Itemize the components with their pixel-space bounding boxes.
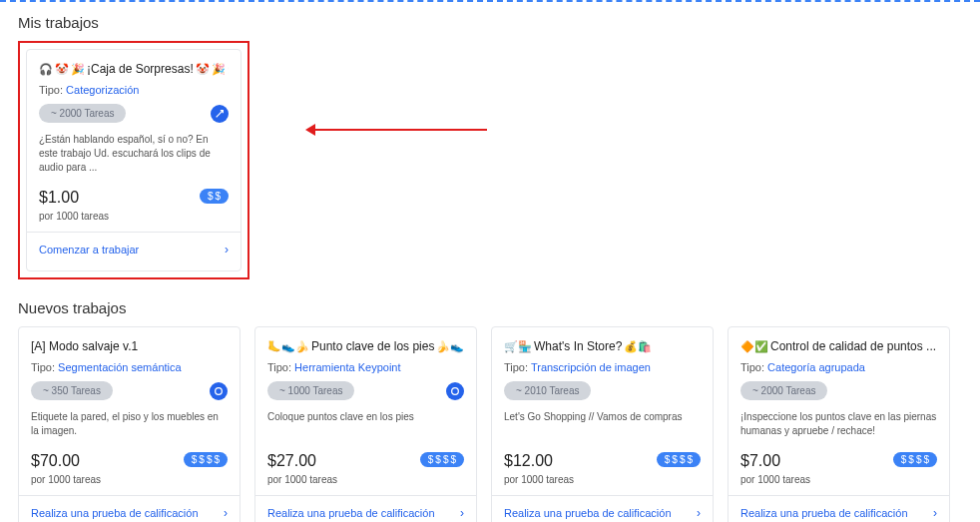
card-title-text: Control de calidad de puntos ...: [770, 339, 936, 353]
per-label: por 1000 tareas: [504, 474, 701, 485]
card-desc: ¡Inspeccione los puntos clave en las pie…: [740, 410, 937, 438]
tool-icon: [446, 382, 464, 400]
price-badge: $$$$: [657, 452, 701, 467]
qualify-button[interactable]: Realiza una prueba de calificación›: [255, 495, 476, 522]
pill-row: ~ 350 Tareas: [31, 381, 228, 400]
card-title: 🔶✅ Control de calidad de puntos ...: [740, 339, 937, 353]
qualify-button[interactable]: Realiza una prueba de calificación›: [492, 495, 713, 522]
card-desc: Let's Go Shopping // Vamos de compras: [504, 410, 701, 438]
card-title: 🛒🏪 What's In Store? 💰🛍️: [504, 339, 701, 353]
new-job-card: 🛒🏪 What's In Store? 💰🛍️Tipo: Transcripci…: [491, 326, 714, 522]
featured-price: $1.00: [39, 189, 79, 207]
highlight-box: 🎧 🤡 🎉 ¡Caja de Sorpresas! 🤡 🎉 🎧 Tipo: Ca…: [18, 41, 249, 279]
tool-icon: [211, 105, 229, 123]
pill-row: ~ 2010 Tareas: [504, 381, 701, 400]
start-work-label: Comenzar a trabajar: [39, 244, 139, 256]
task-pill: ~ 1000 Tareas: [267, 381, 354, 400]
featured-card-title: 🎧 🤡 🎉 ¡Caja de Sorpresas! 🤡 🎉 🎧: [39, 62, 229, 76]
pill-row: ~ 2000 Tareas: [740, 381, 937, 400]
section-new-jobs-title: Nuevos trabajos: [18, 299, 962, 316]
type-link[interactable]: Transcripción de imagen: [531, 361, 651, 373]
card-price: $7.00: [740, 452, 780, 470]
svg-point-0: [216, 387, 223, 394]
type-link[interactable]: Segmentación semántica: [58, 361, 182, 373]
per-label: por 1000 tareas: [740, 474, 937, 485]
qualify-button[interactable]: Realiza una prueba de calificación›: [19, 495, 240, 522]
task-pill: ~ 350 Tareas: [31, 381, 113, 400]
card-price: $70.00: [31, 452, 80, 470]
type-label: Tipo:: [31, 361, 58, 373]
title-emoji: 💰🛍️: [624, 340, 652, 353]
qualify-label: Realiza una prueba de calificación: [31, 507, 199, 519]
pill-row: ~ 1000 Tareas: [267, 381, 464, 400]
title-emoji: 🦶👟🍌: [267, 340, 309, 353]
featured-start-button[interactable]: Comenzar a trabajar ›: [27, 232, 241, 259]
qualify-button[interactable]: Realiza una prueba de calificación›: [729, 495, 949, 522]
clown-icon: 🤡: [196, 63, 210, 76]
card-price: $27.00: [267, 452, 316, 470]
price-row: $12.00$$$$: [504, 452, 701, 470]
task-pill: ~ 2010 Tareas: [504, 381, 591, 400]
qualify-label: Realiza una prueba de calificación: [267, 507, 435, 519]
new-job-card: 🦶👟🍌 Punto clave de los pies 🍌👟Tipo: Herr…: [254, 326, 477, 522]
chevron-right-icon: ›: [224, 506, 228, 520]
featured-pill-row: ~ 2000 Tareas: [39, 104, 229, 123]
featured-price-badge: $$: [200, 189, 229, 204]
price-badge: $$$$: [184, 452, 228, 467]
headphones-icon: 🎧: [228, 63, 229, 76]
title-emoji: 🛒🏪: [504, 340, 532, 353]
party-icon: 🎉: [71, 63, 85, 76]
qualify-label: Realiza una prueba de calificación: [740, 507, 908, 519]
price-row: $70.00$$$$: [31, 452, 228, 470]
chevron-right-icon: ›: [460, 506, 464, 520]
card-title: [A] Modo salvaje v.1: [31, 339, 228, 353]
price-badge: $$$$: [420, 452, 464, 467]
featured-title-text: ¡Caja de Sorpresas!: [87, 62, 194, 76]
price-row: $27.00$$$$: [267, 452, 464, 470]
tool-icon: [210, 382, 228, 400]
chevron-right-icon: ›: [933, 506, 937, 520]
party-icon: 🎉: [212, 63, 226, 76]
type-row: Tipo: Categoría agrupada: [740, 361, 937, 373]
chevron-right-icon: ›: [225, 243, 229, 257]
dashed-divider: [0, 0, 980, 2]
card-title-text: [A] Modo salvaje v.1: [31, 339, 138, 353]
card-title: 🦶👟🍌 Punto clave de los pies 🍌👟: [267, 339, 464, 353]
type-link[interactable]: Herramienta Keypoint: [294, 361, 400, 373]
featured-type-link[interactable]: Categorización: [66, 84, 139, 96]
title-emoji: 🔶✅: [740, 340, 768, 353]
new-jobs-grid: [A] Modo salvaje v.1Tipo: Segmentación s…: [18, 326, 962, 522]
new-job-card: 🔶✅ Control de calidad de puntos ...Tipo:…: [728, 326, 950, 522]
headphones-icon: 🎧: [39, 63, 53, 76]
chevron-right-icon: ›: [697, 506, 701, 520]
per-label: por 1000 tareas: [267, 474, 464, 485]
type-label: Tipo:: [267, 361, 294, 373]
title-emoji: 🍌👟: [436, 340, 464, 353]
featured-card: 🎧 🤡 🎉 ¡Caja de Sorpresas! 🤡 🎉 🎧 Tipo: Ca…: [26, 49, 242, 271]
card-title-text: What's In Store?: [534, 339, 622, 353]
type-row: Tipo: Transcripción de imagen: [504, 361, 701, 373]
type-label: Tipo:: [504, 361, 531, 373]
featured-type-row: Tipo: Categorización: [39, 84, 229, 96]
clown-icon: 🤡: [55, 63, 69, 76]
featured-desc: ¿Están hablando español, sí o no? En est…: [39, 133, 229, 175]
price-row: $7.00$$$$: [740, 452, 937, 470]
type-label: Tipo:: [740, 361, 767, 373]
task-pill: ~ 2000 Tareas: [740, 381, 827, 400]
featured-price-row: $1.00 $$: [39, 189, 229, 207]
type-label: Tipo:: [39, 84, 63, 96]
card-desc: Coloque puntos clave en los pies: [267, 410, 464, 438]
qualify-label: Realiza una prueba de calificación: [504, 507, 672, 519]
card-title-text: Punto clave de los pies: [311, 339, 434, 353]
card-price: $12.00: [504, 452, 553, 470]
per-label: por 1000 tareas: [31, 474, 228, 485]
type-row: Tipo: Segmentación semántica: [31, 361, 228, 373]
featured-task-pill: ~ 2000 Tareas: [39, 104, 126, 123]
type-link[interactable]: Categoría agrupada: [767, 361, 865, 373]
card-desc: Etiquete la pared, el piso y los muebles…: [31, 410, 228, 438]
annotation-arrow: [307, 129, 487, 131]
new-job-card: [A] Modo salvaje v.1Tipo: Segmentación s…: [18, 326, 241, 522]
price-badge: $$$$: [893, 452, 937, 467]
featured-per: por 1000 tareas: [39, 211, 229, 222]
svg-point-1: [452, 387, 459, 394]
